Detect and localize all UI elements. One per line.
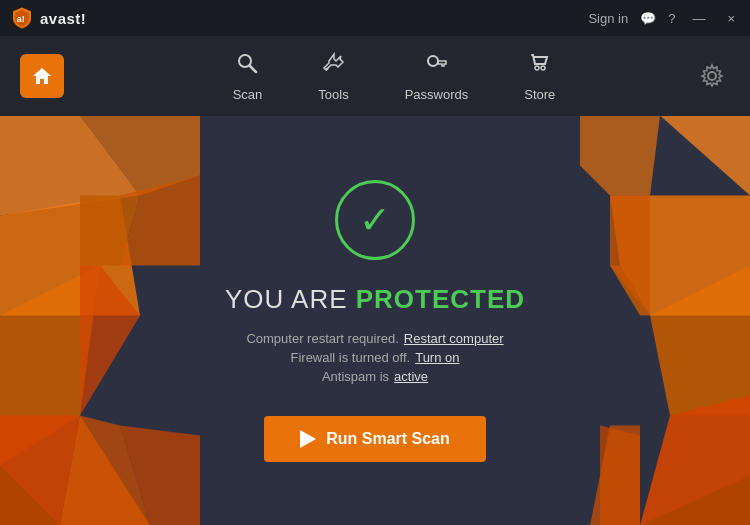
- svg-marker-12: [80, 116, 200, 196]
- svg-marker-18: [120, 426, 200, 526]
- title-bar-left: a! avast!: [10, 6, 86, 30]
- status-check-circle: ✓: [335, 180, 415, 260]
- svg-text:a!: a!: [17, 14, 25, 24]
- title-bar: a! avast! Sign in 💬 ? — ×: [0, 0, 750, 36]
- play-icon: [300, 430, 316, 448]
- main-content: ✓ YOU ARE PROTECTED Computer restart req…: [0, 116, 750, 525]
- avast-shield-icon: a!: [10, 6, 34, 30]
- svg-point-6: [541, 66, 545, 70]
- svg-marker-8: [0, 266, 100, 466]
- nav-item-tools[interactable]: Tools: [300, 43, 366, 110]
- home-icon: [31, 65, 53, 87]
- firewall-turn-on-link[interactable]: Turn on: [415, 350, 459, 365]
- scan-button-label: Run Smart Scan: [326, 430, 450, 448]
- chat-icon[interactable]: 💬: [640, 11, 656, 26]
- status-line-firewall: Firewall is turned off. Turn on: [290, 350, 459, 365]
- settings-button[interactable]: [694, 58, 730, 94]
- svg-marker-29: [590, 426, 640, 526]
- run-smart-scan-button[interactable]: Run Smart Scan: [264, 416, 486, 462]
- svg-marker-11: [0, 116, 140, 216]
- nav-items: Scan Tools Passwords: [94, 43, 694, 110]
- nav-bar: Scan Tools Passwords: [0, 36, 750, 116]
- svg-marker-21: [610, 196, 750, 316]
- tools-label: Tools: [318, 87, 348, 102]
- checkmark-icon: ✓: [359, 201, 391, 239]
- svg-marker-17: [60, 416, 150, 526]
- antispam-active-link[interactable]: active: [394, 369, 428, 384]
- svg-marker-24: [580, 116, 660, 196]
- svg-marker-15: [80, 266, 140, 416]
- close-button[interactable]: ×: [722, 9, 740, 28]
- svg-point-5: [535, 66, 539, 70]
- firewall-message-text: Firewall is turned off.: [290, 350, 410, 365]
- nav-item-store[interactable]: Store: [506, 43, 573, 110]
- svg-point-7: [708, 72, 716, 80]
- status-messages: Computer restart required. Restart compu…: [246, 331, 503, 384]
- svg-marker-14: [0, 466, 60, 526]
- svg-marker-27: [610, 196, 650, 316]
- status-protected-text: PROTECTED: [356, 284, 525, 314]
- avast-brand-text: avast!: [40, 10, 86, 27]
- nav-item-passwords[interactable]: Passwords: [387, 43, 487, 110]
- svg-line-2: [250, 66, 256, 72]
- nav-item-scan[interactable]: Scan: [215, 43, 281, 110]
- store-icon: [528, 51, 552, 81]
- svg-line-3: [326, 68, 328, 70]
- store-label: Store: [524, 87, 555, 102]
- status-line-antispam: Antispam is active: [322, 369, 428, 384]
- svg-marker-9: [0, 196, 140, 316]
- svg-marker-28: [600, 426, 640, 526]
- app-window: a! avast! Sign in 💬 ? — ×: [0, 0, 750, 525]
- content-center: ✓ YOU ARE PROTECTED Computer restart req…: [225, 180, 525, 462]
- antispam-message-text: Antispam is: [322, 369, 389, 384]
- svg-marker-20: [650, 266, 750, 416]
- restart-message-text: Computer restart required.: [246, 331, 398, 346]
- svg-marker-22: [640, 396, 750, 526]
- svg-marker-13: [80, 196, 140, 266]
- help-icon[interactable]: ?: [668, 11, 675, 26]
- svg-marker-25: [610, 266, 650, 316]
- svg-marker-26: [640, 476, 750, 526]
- sign-in-link[interactable]: Sign in: [588, 11, 628, 26]
- svg-marker-19: [60, 416, 150, 526]
- home-button[interactable]: [20, 54, 64, 98]
- svg-marker-16: [120, 176, 200, 266]
- status-line-restart: Computer restart required. Restart compu…: [246, 331, 503, 346]
- restart-computer-link[interactable]: Restart computer: [404, 331, 504, 346]
- status-title: YOU ARE PROTECTED: [225, 284, 525, 315]
- passwords-label: Passwords: [405, 87, 469, 102]
- svg-marker-23: [660, 116, 750, 196]
- gear-icon: [699, 63, 725, 89]
- tools-icon: [321, 51, 345, 81]
- avast-logo: a! avast!: [10, 6, 86, 30]
- title-bar-right: Sign in 💬 ? — ×: [588, 9, 740, 28]
- scan-label: Scan: [233, 87, 263, 102]
- svg-point-4: [428, 56, 438, 66]
- scan-icon: [235, 51, 259, 81]
- passwords-icon: [424, 51, 448, 81]
- svg-marker-10: [0, 416, 80, 526]
- status-prefix: YOU ARE: [225, 284, 356, 314]
- minimize-button[interactable]: —: [687, 9, 710, 28]
